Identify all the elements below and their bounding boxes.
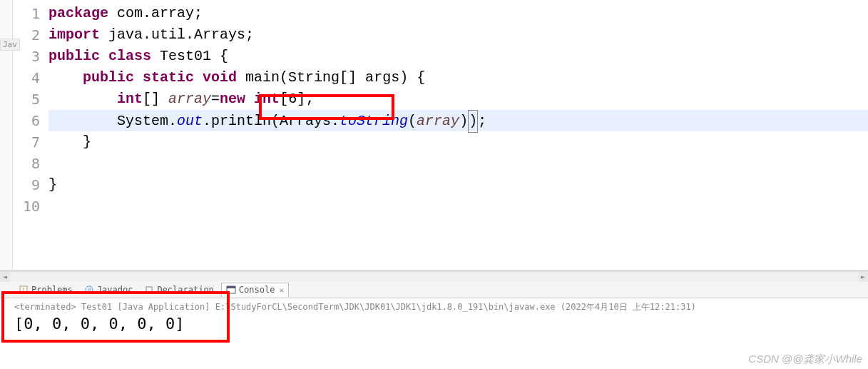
code-line: int[] array=new int[6];	[48, 89, 868, 110]
keyword-import: import	[48, 26, 100, 43]
horizontal-scrollbar[interactable]: ◄ ►	[0, 271, 868, 281]
tab-console[interactable]: Console ✕	[221, 283, 289, 297]
keyword-static: static	[143, 69, 194, 86]
watermark-text: CSDN @@龚家小While	[748, 353, 862, 366]
text: }	[48, 176, 57, 193]
tab-label: Problems	[31, 285, 73, 295]
text: )	[459, 113, 468, 129]
tab-problems[interactable]: ! Problems	[14, 283, 77, 296]
line-number: 9	[13, 174, 48, 196]
scroll-right-arrow-icon[interactable]: ►	[858, 272, 868, 282]
console-icon	[226, 285, 236, 295]
line-number: 1	[13, 3, 48, 24]
text: =	[211, 91, 220, 107]
svg-rect-4	[146, 287, 152, 293]
scroll-left-arrow-icon[interactable]: ◄	[0, 272, 10, 282]
code-line: }	[48, 131, 868, 153]
tab-label: Console	[239, 285, 275, 295]
text: }	[48, 133, 91, 150]
tab-label: Javadoc	[97, 285, 133, 295]
line-number: 8	[13, 153, 48, 174]
text: ;	[478, 113, 486, 129]
line-number: 4	[13, 67, 48, 89]
svg-text:@: @	[88, 287, 91, 293]
line-number: 5	[13, 89, 48, 110]
keyword-public: public	[83, 69, 134, 86]
code-line	[48, 153, 868, 174]
text: [6];	[280, 91, 314, 107]
side-tab[interactable]: Jav	[0, 39, 20, 51]
keyword-public: public	[48, 48, 100, 64]
keyword-int: int	[117, 91, 143, 107]
tab-declaration[interactable]: Declaration	[140, 283, 218, 296]
keyword-int: int	[254, 91, 280, 107]
console-panel: <terminated> Test01 [Java Application] E…	[0, 298, 868, 335]
keyword-void: void	[203, 69, 237, 86]
text: main(String[] args) {	[237, 69, 425, 86]
tab-javadoc[interactable]: @ Javadoc	[80, 283, 138, 296]
problems-icon: !	[19, 285, 29, 295]
var-array: array	[168, 91, 211, 107]
code-line: public class Test01 {	[48, 46, 868, 67]
text: com.array;	[108, 5, 203, 21]
text: System.	[48, 113, 177, 129]
line-number: 7	[13, 131, 48, 153]
text: .println(Arrays.	[203, 113, 339, 129]
close-icon[interactable]: ✕	[279, 285, 284, 295]
indent	[48, 91, 117, 107]
code-line: public static void main(String[] args) {	[48, 67, 868, 89]
method-tostring: toString	[339, 113, 408, 129]
code-line	[48, 196, 868, 217]
cursor-position: )	[468, 110, 478, 133]
text: (	[408, 113, 417, 129]
code-line-highlighted: System.out.println(Arrays.toString(array…	[48, 110, 868, 131]
code-line: }	[48, 174, 868, 196]
code-line: import java.util.Arrays;	[48, 24, 868, 46]
keyword-package: package	[48, 5, 108, 21]
keyword-class: class	[108, 48, 151, 64]
declaration-icon	[144, 285, 154, 295]
svg-text:!: !	[21, 287, 25, 294]
views-tab-bar: ! Problems @ Javadoc Declaration Console…	[0, 281, 868, 298]
editor-pane: 1 2 3 4 5 6 7 8 9 10 package com.array; …	[0, 0, 868, 271]
keyword-new: new	[220, 91, 245, 107]
code-content[interactable]: package com.array; import java.util.Arra…	[48, 0, 868, 271]
text: Test01 {	[151, 48, 228, 64]
console-status-line: <terminated> Test01 [Java Application] E…	[14, 301, 854, 313]
code-line: package com.array;	[48, 3, 868, 24]
indent	[48, 69, 83, 86]
line-number: 6	[13, 110, 48, 131]
text: )	[469, 113, 477, 129]
field-out: out	[177, 113, 203, 129]
text: java.util.Arrays;	[100, 26, 254, 43]
var-array: array	[417, 113, 459, 129]
console-output: [0, 0, 0, 0, 0, 0]	[14, 315, 854, 333]
javadoc-icon: @	[84, 285, 94, 295]
svg-rect-6	[227, 286, 235, 288]
text: []	[143, 91, 168, 107]
line-number: 10	[13, 196, 48, 217]
tab-label: Declaration	[157, 285, 213, 295]
